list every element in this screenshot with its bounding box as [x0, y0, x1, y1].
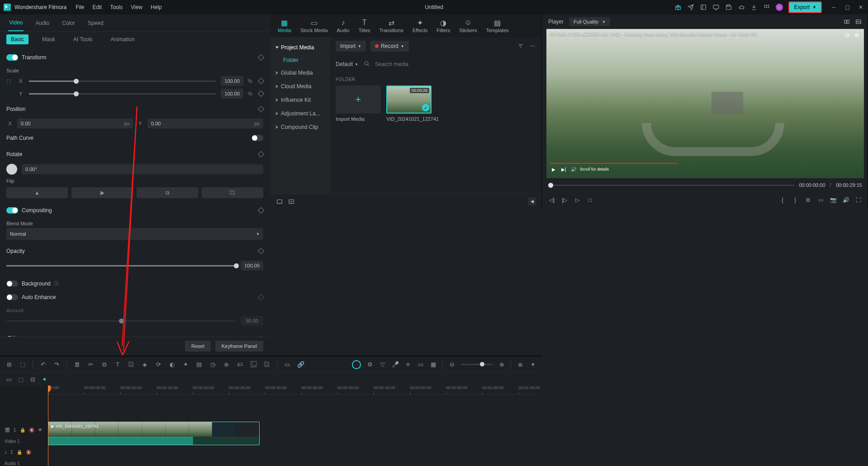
keyframe-diamond-icon[interactable]	[258, 106, 264, 112]
cut-icon[interactable]: ✂	[87, 361, 94, 368]
display-icon[interactable]: ▭	[817, 197, 824, 203]
play-mini-icon[interactable]: ▶	[550, 166, 557, 173]
subtab-ai-tools[interactable]: AI Tools	[69, 34, 97, 44]
scale-y-value[interactable]: 100.00	[221, 89, 243, 99]
video-track-header[interactable]: 🎬1 🔒 🔇 👁	[0, 422, 48, 438]
tab-stickers[interactable]: ☺Stickers	[459, 19, 477, 33]
timeline-ruler[interactable]: 00:00 00:00:05:00 00:00:10:00 00:00:15:0…	[48, 385, 542, 395]
mute-icon[interactable]: 🔇	[29, 428, 34, 433]
text-icon[interactable]: T	[114, 361, 121, 368]
next-mini-icon[interactable]: ▶|	[560, 166, 567, 173]
marker-tl-icon[interactable]: ▽	[379, 361, 386, 368]
image-view-icon[interactable]	[855, 18, 862, 25]
keyframe-diamond-icon[interactable]	[258, 207, 264, 214]
tab-video[interactable]: Video	[8, 15, 24, 31]
download-icon[interactable]	[750, 4, 758, 11]
new-bin-icon[interactable]	[288, 198, 295, 205]
info-icon[interactable]: ⓘ	[54, 281, 59, 287]
select-icon[interactable]: ⬚	[19, 361, 26, 368]
compositing-toggle[interactable]	[6, 207, 18, 214]
gift-icon[interactable]	[674, 4, 682, 11]
media-clip-item[interactable]: 00:00:29 ✓ VID_20241021_122741	[386, 86, 439, 122]
send-icon[interactable]	[687, 4, 694, 11]
path-curve-toggle[interactable]	[251, 135, 263, 141]
tab-templates[interactable]: ▤Templates	[486, 19, 508, 33]
display-tl-icon[interactable]: ▭	[417, 361, 424, 368]
scrubber[interactable]	[548, 185, 794, 186]
flip-horizontal-button[interactable]: ▲	[6, 187, 68, 198]
position-y-input[interactable]: 0.00px	[147, 119, 263, 128]
sort-default-button[interactable]: Default▼	[336, 61, 358, 67]
group2-icon[interactable]: ⿻	[263, 361, 270, 368]
mic-icon[interactable]: 🎤	[392, 361, 399, 368]
subtab-basic[interactable]: Basic	[6, 34, 28, 44]
flip-duplicate-button[interactable]: ⿻	[202, 187, 263, 198]
cloud-icon[interactable]	[738, 4, 745, 11]
flip-vertical-button[interactable]: ▶	[71, 187, 133, 198]
list-icon[interactable]: ≣	[517, 361, 524, 368]
ai-icon[interactable]: ✦	[182, 361, 189, 368]
flip-copy-button[interactable]: ⧉	[137, 187, 198, 198]
save-icon[interactable]	[725, 4, 732, 11]
sidebar-project-media[interactable]: Project Media	[270, 41, 330, 54]
prev-frame-icon[interactable]: ◁|	[548, 197, 555, 203]
menu-edit[interactable]: Edit	[93, 4, 102, 10]
search-input[interactable]	[375, 61, 536, 67]
color-tl-icon[interactable]: ◐	[168, 361, 175, 368]
tab-stock-media[interactable]: ▭Stock Media	[300, 19, 328, 33]
export-button[interactable]: Export ▼	[788, 1, 822, 13]
tab-media[interactable]: ▦Media	[278, 19, 291, 33]
rotate-value-input[interactable]: 0.00°	[22, 164, 263, 174]
zoom-in-icon[interactable]: ⊕	[498, 361, 505, 368]
compare-icon[interactable]	[843, 18, 850, 25]
eye-icon[interactable]: 👁	[38, 428, 43, 433]
crop-tl-icon[interactable]: ⧉	[100, 361, 108, 368]
adj-icon[interactable]: ▦	[430, 361, 437, 368]
lock-icon[interactable]: 🔒	[20, 428, 25, 433]
keyframe-panel-button[interactable]: Keyframe Panel	[215, 341, 263, 352]
link-icon[interactable]: ⬚	[6, 78, 13, 84]
menu-view[interactable]: View	[131, 4, 142, 10]
play-icon[interactable]: ▷	[574, 197, 581, 203]
vol-mini-icon[interactable]: 🔊	[570, 166, 577, 173]
tag-icon[interactable]: 🏷	[236, 361, 243, 368]
sidebar-adjustment-layer[interactable]: Adjustment La...	[270, 107, 330, 120]
track-icon[interactable]: ◈	[141, 361, 148, 368]
play-pause-icon[interactable]: |▷	[561, 197, 568, 203]
preview-viewport[interactable]: FLYING OVER AZORES (4K UHD) - Relaxing M…	[546, 29, 864, 178]
minimize-icon[interactable]: ─	[830, 4, 837, 11]
filter-icon[interactable]	[517, 43, 524, 50]
undo-icon[interactable]: ↶	[39, 361, 47, 368]
zoom-out-icon[interactable]: ⊖	[448, 361, 455, 368]
position-x-input[interactable]: 0.00px	[17, 119, 133, 128]
reset-button[interactable]: Reset	[185, 341, 211, 352]
tab-filters[interactable]: ◑Filters	[436, 19, 450, 33]
tab-speed[interactable]: Speed	[87, 15, 104, 31]
scale-y-slider[interactable]	[29, 93, 216, 95]
volume-icon[interactable]: 🔊	[842, 197, 849, 203]
timeline-tracks-area[interactable]: 00:00 00:00:05:00 00:00:10:00 00:00:15:0…	[48, 385, 542, 466]
menu-help[interactable]: Help	[151, 4, 162, 10]
sidebar-influence-kit[interactable]: Influence Kit	[270, 93, 330, 107]
snapshot-icon[interactable]: 📷	[830, 197, 837, 203]
background-toggle[interactable]	[6, 281, 18, 287]
delete-icon[interactable]: 🗑	[73, 361, 81, 368]
group-icon[interactable]: ⿺	[250, 361, 257, 368]
new-folder-icon[interactable]	[276, 198, 283, 205]
grid-icon[interactable]	[763, 4, 770, 11]
drop-shadow-toggle[interactable]	[6, 336, 18, 337]
subtab-mask[interactable]: Mask	[38, 34, 60, 44]
keyframe-diamond-icon[interactable]	[258, 90, 264, 97]
keyframe-diamond-icon[interactable]	[258, 248, 264, 254]
mark-icon[interactable]: ⊕	[223, 361, 230, 368]
lock-icon[interactable]: 🔒	[17, 450, 22, 455]
timer-icon[interactable]: ◷	[209, 361, 216, 368]
mark-out-icon[interactable]: }	[792, 197, 799, 203]
zoom-slider[interactable]	[461, 364, 493, 365]
collapse-sidebar-button[interactable]: ◀	[528, 197, 536, 205]
sidebar-global-media[interactable]: Global Media	[270, 66, 330, 80]
record-tl-icon[interactable]: ▭	[284, 361, 291, 368]
tab-color[interactable]: Color	[61, 15, 76, 31]
mode1-icon[interactable]: ▭	[5, 376, 13, 383]
keyframe-diamond-icon[interactable]	[258, 151, 264, 157]
